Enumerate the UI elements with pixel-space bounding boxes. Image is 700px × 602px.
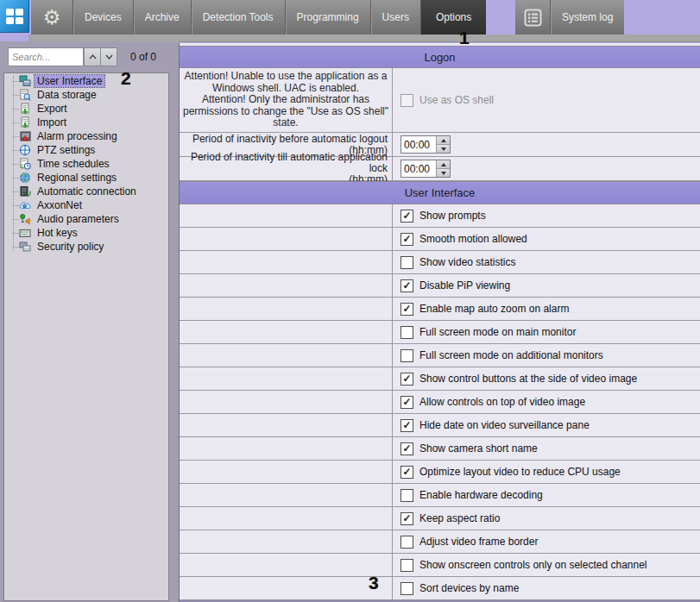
settings-tree-panel: User Interface Data storage	[3, 72, 169, 601]
use-as-os-shell-label: Use as OS shell	[419, 94, 494, 106]
tab-options[interactable]: Options	[421, 0, 486, 34]
sidebar-item-label: Import	[35, 116, 69, 129]
sidebar-item-label: Export	[35, 103, 70, 115]
settings-tree: User Interface Data storage	[4, 74, 168, 254]
option-label: Enable hardware decoding	[419, 489, 543, 501]
option-checkbox[interactable]	[400, 582, 413, 595]
app-menu-button[interactable]	[0, 0, 29, 33]
sidebar-item-alarm-processing[interactable]: Alarm processing	[4, 129, 168, 143]
sidebar-item-automatic-connection[interactable]: Automatic connection	[4, 185, 168, 198]
option-checkbox[interactable]	[400, 303, 413, 316]
spin-down-button[interactable]	[437, 168, 450, 177]
annotation-1: 1	[459, 28, 470, 47]
sidebar-item-audio-parameters[interactable]: Audio parameters	[4, 212, 168, 226]
sidebar-item-import[interactable]: Import	[4, 116, 168, 129]
sidebar-item-axxonnet[interactable]: AxxonNet	[4, 198, 168, 212]
sidebar-item-regional-settings[interactable]: Regional settings	[4, 171, 168, 185]
triangle-down-icon	[441, 172, 446, 175]
user-interface-icon	[19, 75, 31, 87]
tab-programming[interactable]: Programming	[286, 0, 370, 34]
option-row-fullscreen-main: Full screen mode on main monitor	[180, 321, 700, 344]
attention-text: Attention! Unable to use the application…	[180, 71, 392, 129]
option-label: Hide date on video surveillance pane	[419, 419, 590, 431]
triangle-up-icon	[441, 163, 446, 166]
sidebar-item-export[interactable]: Export	[4, 102, 168, 116]
option-checkbox[interactable]	[400, 256, 413, 269]
tab-archive[interactable]: Archive	[134, 0, 191, 34]
option-label: Show camera short name	[419, 442, 538, 455]
option-label: Keep aspect ratio	[419, 512, 500, 524]
spin-down-button[interactable]	[437, 144, 450, 153]
option-checkbox[interactable]	[400, 373, 413, 386]
option-checkbox[interactable]	[400, 279, 413, 292]
option-label: Allow controls on top of video image	[419, 396, 585, 408]
option-row-fullscreen-additional: Full screen mode on additional monitors	[180, 344, 700, 367]
option-label: Optimize layout video to reduce CPU usag…	[419, 466, 621, 478]
spin-up-button[interactable]	[437, 160, 450, 168]
triangle-up-icon	[441, 139, 446, 142]
option-checkbox[interactable]	[400, 419, 413, 432]
spin-up-button[interactable]	[437, 136, 450, 144]
search-input[interactable]	[8, 47, 84, 66]
option-checkbox[interactable]	[400, 326, 413, 339]
option-row-camera-short-name: Show camera short name	[180, 437, 700, 461]
window-grid-icon	[6, 9, 23, 24]
sidebar-item-label: PTZ settings	[35, 144, 98, 156]
option-label: Show onscreen controls only on selected …	[419, 559, 647, 571]
option-checkbox[interactable]	[400, 512, 413, 525]
system-log-button[interactable]	[515, 0, 550, 34]
system-log-icon	[524, 9, 542, 27]
chevron-down-icon	[105, 54, 113, 60]
triangle-down-icon	[441, 147, 446, 151]
tab-system-log[interactable]: System log	[551, 0, 624, 34]
option-checkbox[interactable]	[400, 349, 413, 362]
tab-devices[interactable]: Devices	[73, 0, 133, 34]
options-panel: Logon Attention! Unable to use the appli…	[179, 43, 700, 602]
settings-sidebar: 0 of 0 User Interface Dat	[0, 41, 179, 602]
option-checkbox[interactable]	[400, 559, 413, 572]
axxonnet-icon	[19, 199, 31, 211]
lock-period-input[interactable]	[401, 160, 436, 177]
option-checkbox[interactable]	[400, 396, 413, 409]
option-checkbox[interactable]	[400, 466, 413, 479]
option-checkbox[interactable]	[400, 442, 413, 455]
tab-users[interactable]: Users	[371, 0, 420, 34]
option-checkbox[interactable]	[400, 233, 413, 246]
sidebar-item-label: Automatic connection	[35, 185, 139, 198]
option-label: Sort devices by name	[419, 582, 519, 594]
data-storage-icon	[19, 89, 31, 101]
time-schedules-icon	[19, 158, 31, 170]
sidebar-item-hot-keys[interactable]: Hot keys	[4, 226, 168, 240]
option-row-show-prompts: Show prompts	[180, 204, 700, 228]
ptz-settings-icon	[19, 144, 31, 156]
annotation-2: 2	[121, 69, 131, 87]
chevron-up-icon	[89, 54, 97, 60]
option-row-control-buttons-side: Show control buttons at the side of vide…	[180, 367, 700, 391]
sidebar-item-label: AxxonNet	[35, 199, 85, 211]
use-as-os-shell-checkbox[interactable]	[400, 94, 413, 107]
sidebar-item-data-storage[interactable]: Data storage	[4, 88, 168, 102]
sidebar-item-label: Alarm processing	[35, 130, 120, 142]
annotation-3: 3	[369, 574, 379, 592]
option-label: Disable PiP viewing	[419, 279, 510, 292]
search-row: 0 of 0	[0, 47, 179, 69]
option-checkbox[interactable]	[400, 210, 413, 223]
audio-parameters-icon	[19, 213, 31, 225]
sidebar-item-security-policy[interactable]: Security policy	[4, 240, 168, 254]
settings-gear-button[interactable]: ⚙	[31, 0, 73, 34]
sidebar-item-time-schedules[interactable]: Time schedules	[4, 157, 168, 171]
sidebar-item-ptz-settings[interactable]: PTZ settings	[4, 143, 168, 157]
lock-period-row: Period of inactivity till automatic appl…	[180, 157, 700, 181]
tab-detection-tools[interactable]: Detection Tools	[192, 0, 285, 34]
search-next-button[interactable]	[100, 47, 117, 66]
search-prev-button[interactable]	[84, 47, 101, 66]
option-label: Enable map auto zoom on alarm	[419, 303, 569, 315]
option-label: Full screen mode on additional monitors	[419, 349, 603, 361]
option-checkbox[interactable]	[400, 489, 413, 502]
security-policy-icon	[19, 241, 31, 253]
logout-period-input[interactable]	[401, 136, 436, 153]
section-header-user-interface: User Interface	[180, 181, 700, 204]
export-icon	[19, 103, 31, 115]
option-checkbox[interactable]	[400, 536, 413, 549]
sidebar-item-user-interface[interactable]: User Interface	[4, 74, 168, 88]
